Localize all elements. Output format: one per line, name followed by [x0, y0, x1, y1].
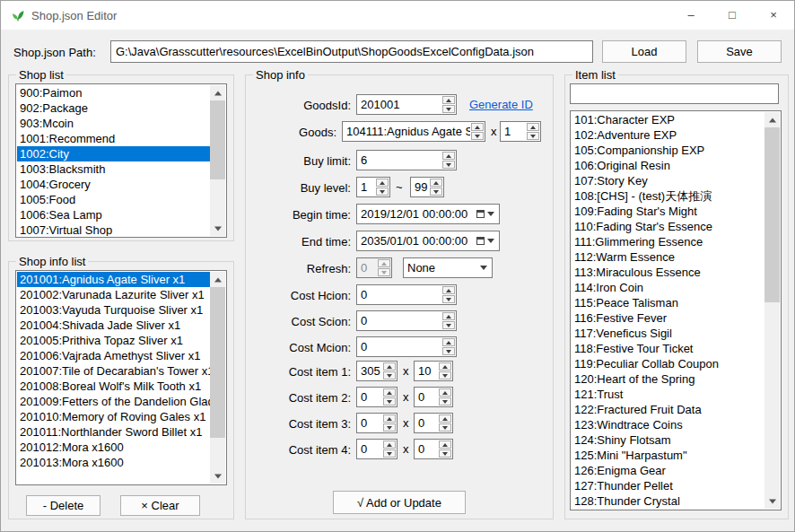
- list-item[interactable]: 115:Peace Talisman: [572, 295, 764, 310]
- spin-down-icon[interactable]: [439, 371, 451, 379]
- list-item[interactable]: 201004:Shivada Jade Sliver x1: [17, 318, 210, 333]
- buy-limit-spinner[interactable]: 6: [356, 150, 457, 170]
- cost-mcion-spinner[interactable]: 0: [356, 336, 457, 357]
- spin-up-icon[interactable]: [439, 414, 451, 423]
- spin-down-icon[interactable]: [471, 132, 484, 140]
- spin-down-icon[interactable]: [442, 295, 455, 303]
- minimize-button-icon[interactable]: –: [670, 1, 712, 30]
- list-item[interactable]: 201011:Northlander Sword Billet x1: [17, 424, 210, 440]
- spin-down-icon[interactable]: [442, 105, 455, 113]
- end-time-picker[interactable]: 2035/01/01 00:00:00: [356, 231, 500, 251]
- cost-scion-spinner[interactable]: 0: [356, 310, 457, 331]
- list-item[interactable]: 114:Iron Coin: [572, 280, 764, 295]
- goods-count-spinner[interactable]: 1: [500, 121, 541, 142]
- list-item[interactable]: 201010:Memory of Roving Gales x1: [17, 409, 210, 424]
- list-item[interactable]: 124:Shiny Flotsam: [572, 432, 764, 448]
- scroll-up-icon[interactable]: [210, 85, 225, 100]
- titlebar[interactable]: Shop.json Editor – □ ×: [1, 1, 794, 30]
- buy-level-min-spinner[interactable]: 1: [356, 177, 390, 197]
- load-button[interactable]: Load: [602, 40, 686, 63]
- generate-id-link[interactable]: Generate ID: [469, 98, 533, 111]
- list-item[interactable]: 1001:Recommend: [17, 131, 210, 146]
- spin-down-icon[interactable]: [383, 397, 396, 406]
- scroll-thumb[interactable]: [764, 127, 780, 302]
- list-item[interactable]: 126:Enigma Gear: [572, 463, 764, 478]
- shop-info-list-scrollbar[interactable]: [210, 272, 225, 484]
- list-item[interactable]: 1005:Food: [17, 192, 210, 207]
- list-item[interactable]: 201008:Boreal Wolf's Milk Tooth x1: [17, 379, 210, 394]
- list-item[interactable]: 119:Peculiar Collab Coupon: [572, 356, 764, 371]
- list-item[interactable]: 1003:Blacksmith: [17, 161, 210, 177]
- cost-item-4-id-spinner[interactable]: 0: [356, 439, 398, 459]
- spin-down-icon[interactable]: [383, 423, 396, 432]
- spin-up-icon[interactable]: [439, 440, 451, 449]
- calendar-dropdown-button[interactable]: [472, 205, 499, 223]
- list-item[interactable]: 201003:Vayuda Turquoise Sliver x1: [17, 302, 210, 318]
- list-item[interactable]: 107:Story Key: [572, 173, 764, 188]
- shop-info-listbox[interactable]: 201001:Agnidus Agate Sliver x1201002:Var…: [15, 270, 227, 485]
- list-item[interactable]: 903:Mcoin: [17, 116, 210, 131]
- list-item[interactable]: 125:Mini "Harpastum": [572, 448, 764, 463]
- calendar-dropdown-button[interactable]: [472, 231, 499, 250]
- list-item[interactable]: 1004:Grocery: [17, 177, 210, 192]
- item-search-input[interactable]: [570, 83, 779, 104]
- scroll-up-icon[interactable]: [210, 272, 225, 287]
- list-item[interactable]: 1006:Sea Lamp: [17, 207, 210, 222]
- list-item[interactable]: 116:Festive Fever: [572, 310, 764, 326]
- spin-down-icon[interactable]: [376, 188, 389, 196]
- list-item[interactable]: 201012:Mora x1600: [17, 440, 210, 455]
- list-item[interactable]: 201013:Mora x1600: [17, 455, 210, 470]
- scroll-down-icon[interactable]: [210, 221, 225, 236]
- spin-up-icon[interactable]: [383, 362, 396, 371]
- item-listbox[interactable]: 101:Character EXP102:Adventure EXP105:Co…: [570, 110, 782, 510]
- spin-up-icon[interactable]: [430, 179, 442, 187]
- list-item[interactable]: 201006:Vajrada Amethyst Sliver x1: [17, 348, 210, 363]
- list-item[interactable]: 128:Thunder Crystal: [572, 493, 764, 509]
- list-item[interactable]: 108:[CHS] - (test)天体推演: [572, 188, 764, 204]
- add-or-update-button[interactable]: √ Add or Update: [333, 491, 466, 514]
- list-item[interactable]: 1007:Virtual Shop: [17, 222, 210, 236]
- goods-id-spinner[interactable]: 201001: [356, 94, 457, 115]
- list-item[interactable]: 110:Fading Star's Essence: [572, 219, 764, 234]
- list-item[interactable]: 106:Original Resin: [572, 158, 764, 173]
- path-input[interactable]: [110, 40, 593, 63]
- list-item[interactable]: 121:Trust: [572, 387, 764, 402]
- scroll-up-icon[interactable]: [764, 112, 780, 127]
- spin-down-icon[interactable]: [439, 397, 451, 406]
- shop-listbox[interactable]: 900:Paimon902:Package903:Mcoin1001:Recom…: [15, 83, 227, 238]
- spin-up-icon[interactable]: [439, 362, 451, 371]
- spin-up-icon[interactable]: [527, 123, 539, 131]
- list-item[interactable]: 117:Veneficus Sigil: [572, 326, 764, 341]
- spin-up-icon[interactable]: [383, 388, 396, 397]
- scroll-thumb[interactable]: [210, 100, 225, 179]
- list-item[interactable]: 101:Character EXP: [572, 112, 764, 127]
- spin-down-icon[interactable]: [383, 449, 396, 458]
- begin-time-picker[interactable]: 2019/12/01 00:00:00: [356, 204, 500, 224]
- combo-dropdown-button[interactable]: [476, 258, 492, 277]
- spin-down-icon[interactable]: [442, 321, 455, 329]
- spin-up-icon[interactable]: [383, 414, 396, 423]
- cost-item-1-id-spinner[interactable]: 305: [356, 361, 398, 381]
- goods-spinner[interactable]: 104111:Agnidus Agate S: [342, 121, 485, 142]
- list-item[interactable]: 109:Fading Star's Might: [572, 204, 764, 219]
- spin-up-icon[interactable]: [439, 388, 451, 397]
- spin-down-icon[interactable]: [527, 132, 539, 140]
- refresh-mode-select[interactable]: None: [403, 257, 493, 278]
- clear-button[interactable]: × Clear: [120, 495, 200, 516]
- list-item[interactable]: 120:Heart of the Spring: [572, 371, 764, 387]
- spin-down-icon[interactable]: [439, 449, 451, 458]
- spin-up-icon[interactable]: [376, 179, 389, 187]
- list-item[interactable]: 122:Fractured Fruit Data: [572, 402, 764, 417]
- spin-down-icon[interactable]: [430, 188, 442, 196]
- maximize-button-icon[interactable]: □: [712, 1, 753, 30]
- list-item[interactable]: 112:Warm Essence: [572, 249, 764, 265]
- cost-item-3-count-spinner[interactable]: 0: [414, 413, 453, 433]
- item-list-scrollbar[interactable]: [764, 112, 780, 509]
- list-item[interactable]: 105:Companionship EXP: [572, 143, 764, 158]
- spin-up-icon[interactable]: [442, 96, 455, 104]
- cost-item-1-count-spinner[interactable]: 10: [414, 361, 453, 381]
- cost-item-2-count-spinner[interactable]: 0: [414, 387, 453, 407]
- list-item[interactable]: 201009:Fetters of the Dandelion Gladiato: [17, 394, 210, 409]
- buy-level-max-spinner[interactable]: 99: [410, 177, 444, 197]
- list-item[interactable]: 123:Windtrace Coins: [572, 417, 764, 432]
